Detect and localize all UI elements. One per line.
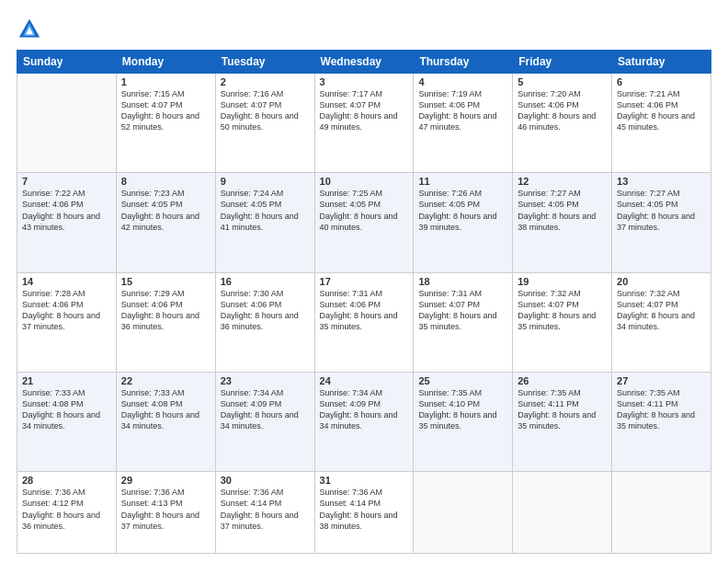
day-number: 6: [617, 76, 706, 87]
calendar-cell: 23Sunrise: 7:34 AMSunset: 4:09 PMDayligh…: [215, 372, 314, 471]
day-info: Sunrise: 7:26 AMSunset: 4:05 PMDaylight:…: [418, 188, 507, 233]
calendar-cell: 16Sunrise: 7:30 AMSunset: 4:06 PMDayligh…: [215, 272, 314, 372]
calendar-cell: 17Sunrise: 7:31 AMSunset: 4:06 PMDayligh…: [314, 272, 414, 372]
day-number: 2: [221, 76, 310, 87]
day-number: 3: [320, 76, 409, 87]
day-info: Sunrise: 7:23 AMSunset: 4:05 PMDaylight:…: [121, 188, 210, 233]
day-number: 23: [221, 375, 310, 386]
day-number: 28: [22, 475, 111, 486]
calendar-cell: 25Sunrise: 7:35 AMSunset: 4:10 PMDayligh…: [414, 372, 513, 471]
day-info: Sunrise: 7:27 AMSunset: 4:05 PMDaylight:…: [617, 188, 706, 233]
day-info: Sunrise: 7:16 AMSunset: 4:07 PMDaylight:…: [221, 88, 310, 133]
calendar-cell: 13Sunrise: 7:27 AMSunset: 4:05 PMDayligh…: [612, 173, 711, 272]
calendar-cell: 3Sunrise: 7:17 AMSunset: 4:07 PMDaylight…: [314, 74, 414, 173]
calendar-cell: 29Sunrise: 7:36 AMSunset: 4:13 PMDayligh…: [116, 472, 215, 554]
day-info: Sunrise: 7:31 AMSunset: 4:07 PMDaylight:…: [418, 288, 507, 333]
calendar-header-monday: Monday: [116, 51, 215, 74]
page: SundayMondayTuesdayWednesdayThursdayFrid…: [0, 0, 728, 563]
calendar-cell: 24Sunrise: 7:34 AMSunset: 4:09 PMDayligh…: [314, 372, 414, 471]
calendar-cell: 19Sunrise: 7:32 AMSunset: 4:07 PMDayligh…: [513, 272, 612, 372]
calendar-cell: 9Sunrise: 7:24 AMSunset: 4:05 PMDaylight…: [215, 173, 314, 272]
calendar-week-row: 7Sunrise: 7:22 AMSunset: 4:06 PMDaylight…: [17, 173, 711, 272]
day-info: Sunrise: 7:35 AMSunset: 4:10 PMDaylight:…: [418, 387, 507, 432]
calendar-header-sunday: Sunday: [17, 51, 117, 74]
day-info: Sunrise: 7:25 AMSunset: 4:05 PMDaylight:…: [320, 188, 409, 233]
calendar-cell: 26Sunrise: 7:35 AMSunset: 4:11 PMDayligh…: [513, 372, 612, 471]
day-info: Sunrise: 7:20 AMSunset: 4:06 PMDaylight:…: [518, 88, 607, 133]
day-number: 7: [22, 176, 111, 187]
day-number: 30: [221, 475, 310, 486]
day-number: 16: [221, 276, 310, 287]
day-info: Sunrise: 7:32 AMSunset: 4:07 PMDaylight:…: [518, 288, 607, 333]
calendar-header-thursday: Thursday: [414, 51, 513, 74]
calendar-cell: 10Sunrise: 7:25 AMSunset: 4:05 PMDayligh…: [314, 173, 414, 272]
calendar-cell: 4Sunrise: 7:19 AMSunset: 4:06 PMDaylight…: [414, 74, 513, 173]
day-number: 24: [320, 375, 409, 386]
day-info: Sunrise: 7:27 AMSunset: 4:05 PMDaylight:…: [518, 188, 607, 233]
calendar-cell: [17, 74, 117, 173]
day-info: Sunrise: 7:36 AMSunset: 4:12 PMDaylight:…: [22, 487, 111, 532]
day-info: Sunrise: 7:35 AMSunset: 4:11 PMDaylight:…: [518, 387, 607, 432]
calendar-week-row: 1Sunrise: 7:15 AMSunset: 4:07 PMDaylight…: [17, 74, 711, 173]
day-number: 4: [418, 76, 507, 87]
day-number: 19: [518, 276, 607, 287]
day-number: 26: [518, 375, 607, 386]
calendar-cell: 28Sunrise: 7:36 AMSunset: 4:12 PMDayligh…: [17, 472, 117, 554]
day-info: Sunrise: 7:15 AMSunset: 4:07 PMDaylight:…: [121, 88, 210, 133]
logo-icon: [17, 17, 42, 42]
day-number: 15: [121, 276, 210, 287]
day-number: 21: [22, 375, 111, 386]
calendar-week-row: 21Sunrise: 7:33 AMSunset: 4:08 PMDayligh…: [17, 372, 711, 471]
day-number: 20: [617, 276, 706, 287]
day-info: Sunrise: 7:17 AMSunset: 4:07 PMDaylight:…: [320, 88, 409, 133]
calendar-cell: 15Sunrise: 7:29 AMSunset: 4:06 PMDayligh…: [116, 272, 215, 372]
calendar-cell: 7Sunrise: 7:22 AMSunset: 4:06 PMDaylight…: [17, 173, 117, 272]
day-number: 11: [418, 176, 507, 187]
day-number: 27: [617, 375, 706, 386]
day-info: Sunrise: 7:35 AMSunset: 4:11 PMDaylight:…: [617, 387, 706, 432]
calendar-week-row: 28Sunrise: 7:36 AMSunset: 4:12 PMDayligh…: [17, 472, 711, 554]
logo: [17, 17, 46, 42]
calendar-cell: [513, 472, 612, 554]
day-number: 31: [320, 475, 409, 486]
day-number: 18: [418, 276, 507, 287]
calendar-cell: 31Sunrise: 7:36 AMSunset: 4:14 PMDayligh…: [314, 472, 414, 554]
calendar-body: 1Sunrise: 7:15 AMSunset: 4:07 PMDaylight…: [17, 74, 711, 554]
calendar-cell: 30Sunrise: 7:36 AMSunset: 4:14 PMDayligh…: [215, 472, 314, 554]
day-number: 10: [320, 176, 409, 187]
day-number: 14: [22, 276, 111, 287]
calendar-header-wednesday: Wednesday: [314, 51, 414, 74]
calendar-cell: 11Sunrise: 7:26 AMSunset: 4:05 PMDayligh…: [414, 173, 513, 272]
day-number: 22: [121, 375, 210, 386]
calendar-cell: 22Sunrise: 7:33 AMSunset: 4:08 PMDayligh…: [116, 372, 215, 471]
day-info: Sunrise: 7:22 AMSunset: 4:06 PMDaylight:…: [22, 188, 111, 233]
calendar-header-friday: Friday: [513, 51, 612, 74]
day-info: Sunrise: 7:30 AMSunset: 4:06 PMDaylight:…: [221, 288, 310, 333]
calendar-cell: 27Sunrise: 7:35 AMSunset: 4:11 PMDayligh…: [612, 372, 711, 471]
day-info: Sunrise: 7:33 AMSunset: 4:08 PMDaylight:…: [121, 387, 210, 432]
calendar-cell: 1Sunrise: 7:15 AMSunset: 4:07 PMDaylight…: [116, 74, 215, 173]
day-info: Sunrise: 7:19 AMSunset: 4:06 PMDaylight:…: [418, 88, 507, 133]
day-info: Sunrise: 7:34 AMSunset: 4:09 PMDaylight:…: [221, 387, 310, 432]
day-info: Sunrise: 7:21 AMSunset: 4:06 PMDaylight:…: [617, 88, 706, 133]
day-number: 12: [518, 176, 607, 187]
calendar-header-row: SundayMondayTuesdayWednesdayThursdayFrid…: [17, 51, 711, 74]
calendar-cell: 5Sunrise: 7:20 AMSunset: 4:06 PMDaylight…: [513, 74, 612, 173]
day-info: Sunrise: 7:29 AMSunset: 4:06 PMDaylight:…: [121, 288, 210, 333]
calendar-cell: 12Sunrise: 7:27 AMSunset: 4:05 PMDayligh…: [513, 173, 612, 272]
header: [17, 17, 711, 42]
calendar-cell: [612, 472, 711, 554]
calendar-week-row: 14Sunrise: 7:28 AMSunset: 4:06 PMDayligh…: [17, 272, 711, 372]
day-number: 17: [320, 276, 409, 287]
calendar-cell: 20Sunrise: 7:32 AMSunset: 4:07 PMDayligh…: [612, 272, 711, 372]
calendar-header-saturday: Saturday: [612, 51, 711, 74]
day-info: Sunrise: 7:24 AMSunset: 4:05 PMDaylight:…: [221, 188, 310, 233]
day-number: 5: [518, 76, 607, 87]
day-info: Sunrise: 7:33 AMSunset: 4:08 PMDaylight:…: [22, 387, 111, 432]
calendar-header-tuesday: Tuesday: [215, 51, 314, 74]
day-info: Sunrise: 7:31 AMSunset: 4:06 PMDaylight:…: [320, 288, 409, 333]
calendar-cell: 18Sunrise: 7:31 AMSunset: 4:07 PMDayligh…: [414, 272, 513, 372]
day-number: 29: [121, 475, 210, 486]
day-info: Sunrise: 7:28 AMSunset: 4:06 PMDaylight:…: [22, 288, 111, 333]
day-number: 25: [418, 375, 507, 386]
